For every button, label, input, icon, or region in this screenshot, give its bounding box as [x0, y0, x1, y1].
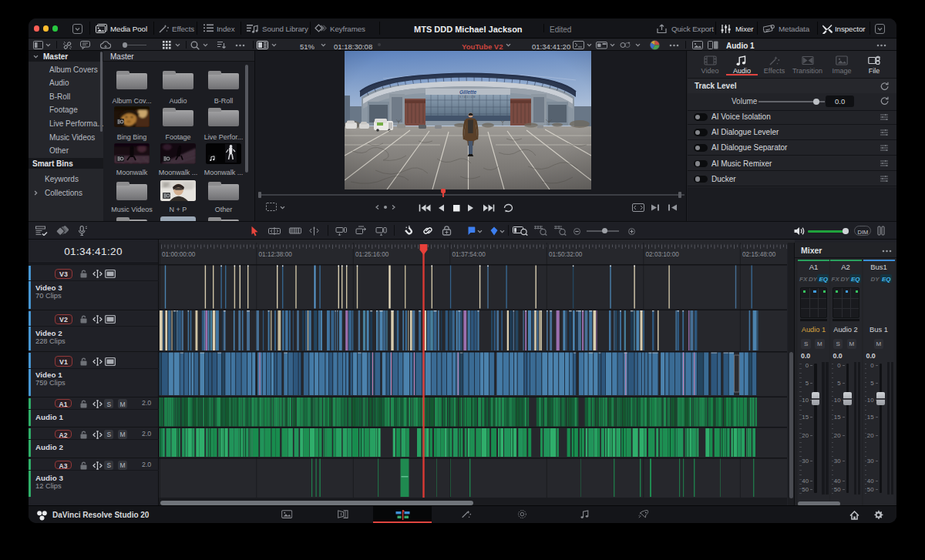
svg-text:01:37:54:00: 01:37:54:00	[452, 251, 486, 258]
svg-text:01:12:38:00: 01:12:38:00	[259, 251, 293, 258]
svg-text:01:25:16:00: 01:25:16:00	[355, 251, 389, 258]
svg-text:02:15:48:00: 02:15:48:00	[742, 251, 776, 258]
svg-text:01:00:00:00: 01:00:00:00	[162, 251, 196, 258]
svg-text:02:03:10:00: 02:03:10:00	[646, 251, 680, 258]
svg-text:01:50:32:00: 01:50:32:00	[549, 251, 583, 258]
